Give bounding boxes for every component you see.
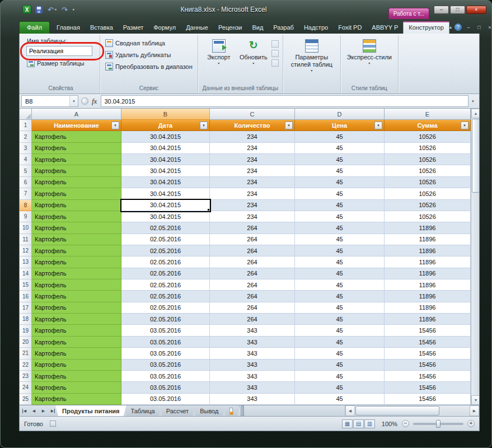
cell-C2[interactable]: 234 bbox=[210, 131, 295, 142]
row-header-17[interactable]: 17 bbox=[20, 302, 32, 314]
cell-A3[interactable]: Картофель bbox=[32, 143, 121, 154]
cell-E25[interactable]: 15456 bbox=[385, 394, 471, 405]
cell-C14[interactable]: 264 bbox=[210, 268, 295, 279]
zoom-out-button[interactable]: − bbox=[402, 420, 409, 427]
tools-item-1[interactable]: Удалить дубликаты bbox=[104, 50, 194, 60]
row-header-3[interactable]: 3 bbox=[20, 143, 32, 154]
cell-D8[interactable]: 45 bbox=[295, 200, 385, 211]
cell-A4[interactable]: Картофель bbox=[32, 154, 121, 165]
row-header-9[interactable]: 9 bbox=[20, 211, 32, 222]
cell-A22[interactable]: Картофель bbox=[32, 360, 121, 371]
row-header-11[interactable]: 11 bbox=[20, 234, 32, 245]
cell-C23[interactable]: 343 bbox=[210, 371, 295, 382]
cell-A21[interactable]: Картофель bbox=[32, 348, 121, 359]
unlink-icon[interactable] bbox=[271, 59, 279, 67]
cell-C19[interactable]: 343 bbox=[210, 325, 295, 336]
cell-B19[interactable]: 03.05.2016 bbox=[121, 325, 210, 336]
cell-B9[interactable]: 30.04.2015 bbox=[121, 211, 210, 222]
cell-A7[interactable]: Картофель bbox=[32, 188, 121, 199]
table-style-options-button[interactable]: Параметры стилей таблиц ▾ bbox=[287, 37, 336, 72]
scroll-down-button[interactable]: ▼ bbox=[471, 395, 479, 405]
row-header-13[interactable]: 13 bbox=[20, 256, 32, 268]
cell-B3[interactable]: 30.04.2015 bbox=[121, 143, 210, 154]
cell-B12[interactable]: 02.05.2016 bbox=[121, 245, 210, 256]
tab-scrollbar-splitter[interactable] bbox=[241, 405, 244, 416]
filter-button-2[interactable]: ▼ bbox=[285, 122, 293, 129]
horizontal-scrollbar[interactable]: ◀ ▶ bbox=[345, 405, 479, 416]
customize-qat-button[interactable]: ▾ bbox=[72, 7, 76, 12]
cell-E6[interactable]: 10526 bbox=[385, 177, 471, 188]
row-header-8[interactable]: 8 bbox=[20, 200, 32, 211]
row-header-20[interactable]: 20 bbox=[20, 337, 32, 348]
cell-A10[interactable]: Картофель bbox=[32, 222, 121, 234]
row-header-23[interactable]: 23 bbox=[20, 371, 32, 382]
cell-E2[interactable]: 10526 bbox=[385, 131, 471, 142]
cell-E14[interactable]: 11896 bbox=[385, 268, 471, 279]
cell-B6[interactable]: 30.04.2015 bbox=[121, 177, 210, 188]
cell-C7[interactable]: 234 bbox=[210, 188, 295, 199]
view-page-break-button[interactable]: ▥ bbox=[364, 419, 375, 428]
vertical-scrollbar-thumb[interactable] bbox=[472, 119, 479, 193]
cell-C12[interactable]: 264 bbox=[210, 245, 295, 256]
row-header-14[interactable]: 14 bbox=[20, 268, 32, 279]
cell-E4[interactable]: 10526 bbox=[385, 154, 471, 165]
zoom-level-label[interactable]: 100% bbox=[382, 421, 397, 427]
cell-B13[interactable]: 02.05.2016 bbox=[121, 256, 210, 268]
ribbon-tab-Файл[interactable]: Файл bbox=[19, 21, 50, 34]
cell-A12[interactable]: Картофель bbox=[32, 245, 121, 256]
cell-D2[interactable]: 45 bbox=[295, 131, 385, 142]
filter-button-3[interactable]: ▼ bbox=[374, 122, 382, 129]
cell-A20[interactable]: Картофель bbox=[32, 337, 121, 348]
cell-B11[interactable]: 02.05.2016 bbox=[121, 234, 210, 245]
row-header-7[interactable]: 7 bbox=[20, 188, 32, 199]
next-sheet-button[interactable]: ▶ bbox=[39, 405, 48, 416]
cell-C10[interactable]: 264 bbox=[210, 222, 295, 234]
cell-D20[interactable]: 45 bbox=[295, 337, 385, 348]
row-header-21[interactable]: 21 bbox=[20, 348, 32, 359]
first-sheet-button[interactable]: ◀ bbox=[20, 405, 29, 416]
zoom-slider-track[interactable] bbox=[413, 423, 463, 425]
save-button[interactable] bbox=[34, 6, 44, 14]
column-header-E[interactable]: E bbox=[385, 109, 471, 120]
resize-table-button[interactable]: Размер таблицы bbox=[26, 58, 96, 68]
cell-E19[interactable]: 15456 bbox=[385, 325, 471, 336]
cell-B4[interactable]: 30.04.2015 bbox=[121, 154, 210, 165]
cell-E20[interactable]: 15456 bbox=[385, 337, 471, 348]
cell-E9[interactable]: 10526 bbox=[385, 211, 471, 222]
cell-A13[interactable]: Картофель bbox=[32, 256, 121, 268]
cell-C8[interactable]: 234 bbox=[210, 200, 295, 211]
collapse-ribbon-icon[interactable]: ▴ bbox=[449, 25, 452, 30]
cell-B16[interactable]: 02.05.2016 bbox=[121, 291, 210, 302]
contextual-tab-group-label[interactable]: Работа с т... bbox=[388, 8, 429, 19]
ribbon-tab-Данные[interactable]: Данные bbox=[181, 22, 213, 34]
row-header-22[interactable]: 22 bbox=[20, 360, 32, 371]
cell-A11[interactable]: Картофель bbox=[32, 234, 121, 245]
cell-E11[interactable]: 11896 bbox=[385, 234, 471, 245]
cell-A19[interactable]: Картофель bbox=[32, 325, 121, 336]
sheet-tab-Рассчет[interactable]: Рассчет bbox=[160, 405, 196, 416]
cell-D6[interactable]: 45 bbox=[295, 177, 385, 188]
row-header-24[interactable]: 24 bbox=[20, 382, 32, 393]
cell-D15[interactable]: 45 bbox=[295, 279, 385, 291]
filter-button-1[interactable]: ▼ bbox=[200, 122, 208, 129]
row-header-25[interactable]: 25 bbox=[20, 394, 32, 405]
cell-C4[interactable]: 234 bbox=[210, 154, 295, 165]
column-header-A[interactable]: A bbox=[32, 109, 121, 120]
cell-A17[interactable]: Картофель bbox=[32, 302, 121, 314]
cell-B8[interactable]: 30.04.2015 bbox=[121, 200, 210, 211]
cell-A9[interactable]: Картофель bbox=[32, 211, 121, 222]
macro-record-icon[interactable] bbox=[50, 421, 56, 427]
export-button[interactable]: Экспорт ▾ bbox=[202, 37, 236, 67]
cell-C18[interactable]: 264 bbox=[210, 314, 295, 325]
cell-A16[interactable]: Картофель bbox=[32, 291, 121, 302]
undo-dropdown-icon[interactable]: ▾ bbox=[55, 8, 57, 11]
cell-D4[interactable]: 45 bbox=[295, 154, 385, 165]
cell-B7[interactable]: 30.04.2015 bbox=[121, 188, 210, 199]
row-header-18[interactable]: 18 bbox=[20, 314, 32, 325]
cell-B23[interactable]: 03.05.2016 bbox=[121, 371, 210, 382]
cell-D16[interactable]: 45 bbox=[295, 291, 385, 302]
horizontal-scrollbar-track[interactable] bbox=[355, 405, 470, 416]
workbook-restore-button[interactable]: □ bbox=[475, 25, 483, 30]
name-box[interactable]: B8 ▼ bbox=[21, 95, 78, 107]
cell-B20[interactable]: 03.05.2016 bbox=[121, 337, 210, 348]
